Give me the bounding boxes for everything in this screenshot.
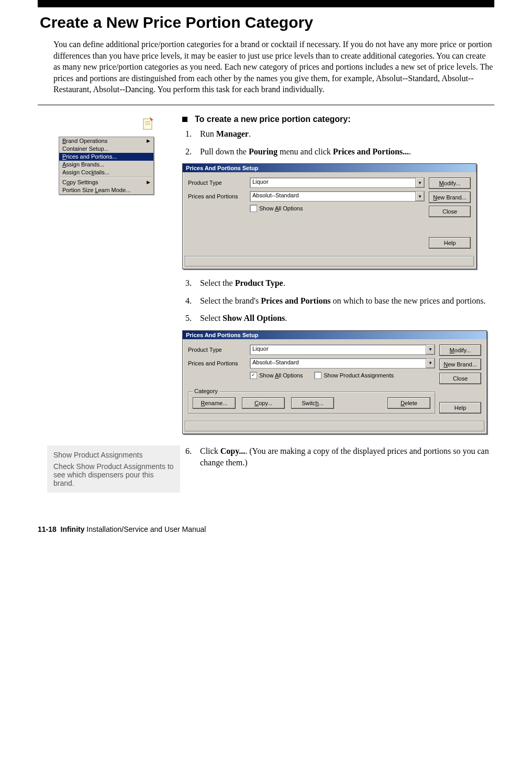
category-group-title: Category: [193, 388, 219, 394]
step-6: 6. Click Copy.... (You are making a copy…: [185, 445, 494, 468]
close-button-2[interactable]: Close: [439, 373, 481, 384]
close-button[interactable]: Close: [429, 206, 471, 217]
prices-portions-label: Prices and Portions: [188, 193, 246, 199]
help-button[interactable]: Help: [429, 237, 471, 249]
dropdown-arrow-icon[interactable]: ▼: [415, 178, 424, 187]
footer-manual-name: Installation/Service and User Manual: [84, 525, 206, 533]
product-type-value-2: Liquor: [250, 345, 426, 354]
submenu-arrow-icon: ▶: [147, 180, 150, 185]
dropdown-arrow-icon[interactable]: ▼: [426, 345, 435, 354]
dialog1-statusbar: [185, 256, 474, 266]
menu-item-assign-cocktails[interactable]: Assign Cocktails...: [59, 169, 153, 176]
pouring-menu-screenshot: Brand Operations ▶ Container Setup... Pr…: [59, 137, 154, 195]
prices-portions-dialog-1: Prices And Portions Setup Product Type L…: [182, 163, 476, 269]
menu-separator: [60, 177, 152, 178]
show-all-options-checkbox[interactable]: [250, 205, 257, 212]
menu-item-prices-and-portions[interactable]: Prices and Portions...: [59, 153, 153, 161]
prices-portions-dialog-2: Prices And Portions Setup Product Type L…: [182, 330, 487, 434]
svg-rect-0: [143, 119, 152, 129]
modify-button[interactable]: Modify...: [429, 177, 471, 189]
prices-portions-combo-2[interactable]: Absolut--Standard ▼: [250, 358, 435, 369]
product-type-label: Product Type: [188, 180, 246, 186]
new-brand-button-2[interactable]: New Brand...: [439, 359, 481, 370]
footer-page-number: 11-18: [38, 525, 57, 533]
sidebar-note-body: Check Show Product Assignments to see wh…: [53, 462, 174, 487]
step-5: 5. Select Show All Options.: [185, 313, 494, 324]
step-3: 3. Select the Product Type.: [185, 277, 494, 289]
product-type-combo[interactable]: Liquor ▼: [250, 177, 425, 188]
new-brand-button[interactable]: New Brand...: [429, 192, 471, 203]
delete-button[interactable]: Delete: [387, 397, 430, 409]
menu-item-portion-size-learn[interactable]: Portion Size Learn Mode...: [59, 186, 153, 194]
task-heading-text: To create a new price portion category:: [195, 115, 351, 124]
task-heading: To create a new price portion category:: [182, 115, 494, 124]
step-4: 4. Select the brand's Prices and Portion…: [185, 295, 494, 307]
show-product-assignments-label: Show Product Assignments: [324, 372, 394, 378]
page-title: Create a New Price Portion Category: [38, 14, 494, 31]
step-2: 2. Pull down the Pouring menu and click …: [185, 146, 494, 158]
dialog2-statusbar: [185, 421, 484, 431]
menu-item-container-setup[interactable]: Container Setup...: [59, 145, 153, 153]
show-product-assignments-checkbox[interactable]: [314, 372, 322, 379]
page-footer: 11-18 Infinity Installation/Service and …: [0, 514, 532, 542]
footer-product-name: Infinity: [61, 525, 85, 533]
switch-button[interactable]: Switch...: [291, 397, 334, 409]
dialog2-titlebar: Prices And Portions Setup: [183, 331, 486, 339]
product-type-value: Liquor: [250, 178, 415, 187]
dropdown-arrow-icon[interactable]: ▼: [415, 192, 424, 201]
help-button-2[interactable]: Help: [439, 402, 481, 414]
header-black-bar: [38, 0, 494, 7]
prices-portions-label-2: Prices and Portions: [188, 360, 246, 366]
modify-button-2[interactable]: Modify...: [439, 344, 481, 356]
menu-item-brand-operations[interactable]: Brand Operations ▶: [59, 137, 153, 145]
horizontal-rule: [38, 105, 494, 105]
square-bullet-icon: [182, 117, 187, 122]
sidebar-note-title: Show Product Assignments: [53, 451, 174, 459]
prices-portions-combo[interactable]: Absolut--Standard ▼: [250, 191, 425, 202]
step-1: 1. Run Manager.: [185, 128, 494, 140]
menu-item-assign-brands[interactable]: Assign Brands...: [59, 161, 153, 169]
copy-button[interactable]: Copy...: [242, 397, 285, 409]
show-all-options-label: Show All Options: [259, 205, 303, 211]
category-group: Category Rename... Copy... Switch... Del…: [188, 392, 435, 414]
rename-button[interactable]: Rename...: [193, 397, 236, 409]
menu-item-copy-settings[interactable]: Copy Settings ▶: [59, 179, 153, 186]
submenu-arrow-icon: ▶: [147, 138, 150, 143]
prices-portions-value-2: Absolut--Standard: [250, 359, 426, 368]
product-type-label-2: Product Type: [188, 347, 246, 353]
product-type-combo-2[interactable]: Liquor ▼: [250, 344, 435, 355]
intro-paragraph: You can define additional price/portion …: [53, 39, 494, 95]
dropdown-arrow-icon[interactable]: ▼: [426, 359, 435, 368]
show-all-options-checkbox-2[interactable]: ✓: [250, 372, 257, 379]
note-icon: [142, 117, 154, 130]
show-all-options-label-2: Show All Options: [259, 372, 303, 378]
dialog1-titlebar: Prices And Portions Setup: [183, 164, 476, 172]
prices-portions-value: Absolut--Standard: [250, 192, 415, 201]
sidebar-note: Show Product Assignments Check Show Prod…: [47, 445, 180, 493]
